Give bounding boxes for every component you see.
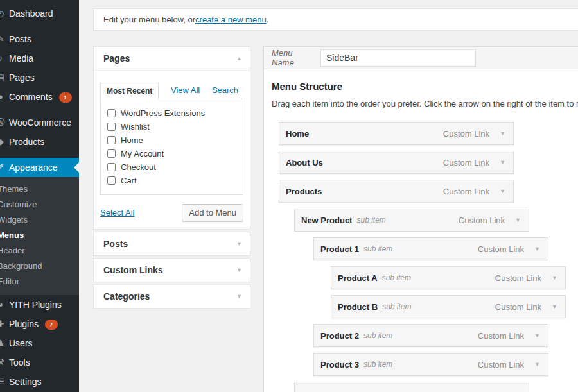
products-icon: ◆ xyxy=(0,132,7,151)
accordion-panel-header[interactable]: Posts ▼ xyxy=(93,232,250,256)
expand-arrow-icon[interactable]: ▼ xyxy=(236,293,242,300)
accordion-panel-header[interactable]: Categories ▼ xyxy=(93,284,250,309)
chevron-down-icon[interactable]: ▼ xyxy=(534,246,541,252)
appearance-submenu-item[interactable]: Widgets xyxy=(0,212,79,228)
menu-item-row[interactable]: Product A sub item Custom Link ▼ xyxy=(331,266,566,289)
appearance-submenu: Themes Customize Widgets Menus xyxy=(0,177,79,295)
collapse-arrow-icon[interactable]: ▲ xyxy=(236,55,242,62)
tab-most-recent[interactable]: Most Recent xyxy=(100,83,159,99)
submenu-item-label: Customize xyxy=(0,197,37,212)
sidebar-item[interactable]: ✚ Plugins 7 xyxy=(0,314,79,334)
pages-panel-body: Most Recent View All Search WordPress Ex… xyxy=(94,71,250,229)
create-new-menu-link[interactable]: create a new menu xyxy=(195,15,267,24)
menu-item-sub-label: sub item xyxy=(363,360,392,369)
page-list-item[interactable]: Home xyxy=(107,133,243,147)
menu-item-type-label: Custom Link xyxy=(443,158,489,167)
tab-search[interactable]: Search xyxy=(212,85,238,95)
sidebar-item[interactable]: ◕ YITH Plugins xyxy=(0,295,79,314)
select-all-link[interactable]: Select All xyxy=(100,208,134,217)
chevron-down-icon[interactable]: ▼ xyxy=(552,275,559,281)
page-checkbox-label: Home xyxy=(121,135,143,145)
submenu-item-label: Background xyxy=(0,259,42,274)
chevron-down-icon[interactable]: ▼ xyxy=(500,188,507,194)
sidebar-item[interactable]: ☰ Settings xyxy=(0,372,79,391)
pages-panel-title: Pages xyxy=(103,53,130,64)
submenu-item-label: Menus xyxy=(0,228,24,243)
chevron-down-icon[interactable]: ▼ xyxy=(500,159,507,166)
menu-item-row[interactable]: Products Custom Link ▼ xyxy=(279,180,514,203)
menu-item-row[interactable]: Product 1 sub item Custom Link ▼ xyxy=(313,237,548,260)
sidebar-item[interactable]: ⚒ Tools xyxy=(0,353,79,372)
expand-arrow-icon[interactable]: ▼ xyxy=(236,267,242,273)
sidebar-item[interactable]: ● Comments 1 xyxy=(0,87,79,107)
page-list-item[interactable]: Checkout xyxy=(107,160,243,174)
chevron-down-icon[interactable]: ▼ xyxy=(515,217,522,223)
menu-name-label: Menu Name xyxy=(272,48,314,67)
appearance-submenu-item[interactable]: Menus xyxy=(0,228,79,243)
tools-icon: ⚒ xyxy=(0,353,7,372)
menu-item-row[interactable]: Product 2 sub item Custom Link ▼ xyxy=(313,324,548,347)
tab-view-all[interactable]: View All xyxy=(171,85,200,95)
accordion-panel-header[interactable]: Custom Links ▼ xyxy=(93,258,250,282)
appearance-submenu-item[interactable]: Background xyxy=(0,259,79,274)
pages-panel-header[interactable]: Pages ▲ xyxy=(94,47,250,71)
page-checkbox[interactable] xyxy=(107,136,116,144)
page-checkbox[interactable] xyxy=(107,176,116,185)
appearance-submenu-item[interactable]: Themes xyxy=(0,182,79,197)
menu-item-row[interactable] xyxy=(294,382,529,392)
accordion-title: Posts xyxy=(103,239,128,249)
appearance-submenu-item[interactable]: Customize xyxy=(0,197,79,212)
expand-arrow-icon[interactable]: ▼ xyxy=(236,241,242,247)
menu-editor-panel: Menu Name Menu Structure Drag each item … xyxy=(263,46,578,392)
page-checkbox[interactable] xyxy=(107,163,116,171)
sidebar-item-label: Media xyxy=(9,53,33,64)
appearance-submenu-item[interactable]: Editor xyxy=(0,274,79,289)
page-list-item[interactable]: Cart xyxy=(107,174,243,187)
menu-item-label: New Product xyxy=(301,216,352,225)
page-checkbox-label: Cart xyxy=(121,176,137,185)
menu-item-row[interactable]: New Product sub item Custom Link ▼ xyxy=(294,209,529,232)
chevron-down-icon[interactable]: ▼ xyxy=(534,332,541,339)
sidebar-item-label: YITH Plugins xyxy=(9,300,62,310)
menu-item-row[interactable]: About Us Custom Link ▼ xyxy=(279,151,514,174)
menu-structure-heading: Menu Structure xyxy=(272,81,578,92)
menu-item-type-label: Custom Link xyxy=(459,216,505,225)
chevron-down-icon[interactable]: ▼ xyxy=(500,130,507,137)
chevron-down-icon[interactable]: ▼ xyxy=(552,303,559,310)
sidebar-item[interactable]: ✎ Posts xyxy=(0,30,79,49)
sidebar-item[interactable]: ◆ Products xyxy=(0,132,79,151)
pages-panel-footer: Select All Add to Menu xyxy=(100,204,243,221)
page-list-item[interactable]: Wishlist xyxy=(107,120,243,133)
users-icon: ♟ xyxy=(0,334,7,353)
chevron-down-icon[interactable]: ▼ xyxy=(534,361,541,368)
sidebar-item[interactable]: ◴ Dashboard xyxy=(0,4,79,23)
sidebar-item-label: Appearance xyxy=(9,162,58,173)
appearance-submenu-item[interactable]: Header xyxy=(0,243,79,259)
posts-icon: ✎ xyxy=(0,30,7,49)
menu-item-row[interactable]: Home Custom Link ▼ xyxy=(279,122,514,145)
sidebar-item[interactable]: ▤ Pages xyxy=(0,68,79,87)
menu-item-type-label: Custom Link xyxy=(478,331,524,341)
accordion-title: Custom Links xyxy=(103,265,163,275)
page-checkbox[interactable] xyxy=(107,123,116,131)
menu-item-sub-label: sub item xyxy=(363,331,392,340)
sidebar-item-label: Comments xyxy=(9,92,53,102)
menu-item-row[interactable]: Product 3 sub item Custom Link ▼ xyxy=(313,353,548,376)
settings-icon: ☰ xyxy=(0,372,7,391)
menu-name-input[interactable] xyxy=(320,49,476,67)
menu-item-row[interactable]: Product B sub item Custom Link ▼ xyxy=(331,295,566,318)
sidebar-item-appearance[interactable]: ✐ Appearance xyxy=(0,158,79,177)
page-checkbox[interactable] xyxy=(107,149,116,158)
sidebar-item-label: Posts xyxy=(9,34,31,44)
add-to-menu-button[interactable]: Add to Menu xyxy=(182,204,243,221)
sidebar-item[interactable]: ♪ Media xyxy=(0,49,79,68)
page-list-item[interactable]: WordPress Extensions xyxy=(107,107,243,120)
page-list-item[interactable]: My Account xyxy=(107,147,243,160)
menu-item-sub-label: sub item xyxy=(356,216,385,225)
sidebar-item[interactable]: ♟ Users xyxy=(0,334,79,353)
sidebar-group-bottom: ◕ YITH Plugins ✚ Plugins 7 ♟ Users xyxy=(0,295,79,391)
page-checkbox[interactable] xyxy=(107,109,116,117)
sidebar-item[interactable]: Ⓦ WooCommerce xyxy=(0,113,79,132)
sidebar-group-appearance: ✐ Appearance Themes Customize Widgets xyxy=(0,158,79,295)
pages-icon: ▤ xyxy=(0,68,7,87)
